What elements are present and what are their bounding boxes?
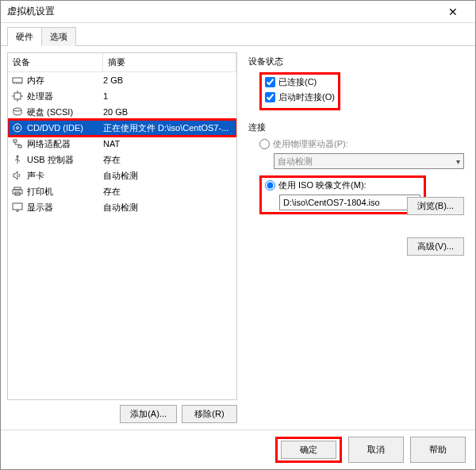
usb-icon bbox=[11, 153, 24, 166]
group-status: 设备状态 已连接(C) 启动时连接(O) bbox=[248, 56, 464, 110]
label-physical: 使用物理驱动器(P): bbox=[273, 138, 348, 150]
device-row-printer[interactable]: 打印机 存在 bbox=[8, 183, 236, 199]
radio-physical[interactable] bbox=[259, 139, 270, 149]
device-row-sound[interactable]: 声卡 自动检测 bbox=[8, 168, 236, 183]
svg-rect-14 bbox=[18, 145, 21, 148]
window-title: 虚拟机设置 bbox=[7, 5, 437, 18]
checkbox-poweron[interactable] bbox=[265, 92, 275, 102]
add-button[interactable]: 添加(A)... bbox=[120, 405, 177, 423]
device-list-header: 设备 摘要 bbox=[8, 53, 236, 72]
device-row-disk[interactable]: 硬盘 (SCSI) 20 GB bbox=[8, 104, 236, 120]
device-row-network[interactable]: 网络适配器 NAT bbox=[8, 136, 236, 152]
physical-drive-combo: 自动检测 ▾ bbox=[274, 153, 464, 169]
ok-highlight: 确定 bbox=[275, 437, 342, 463]
svg-point-12 bbox=[17, 127, 19, 129]
advanced-button[interactable]: 高级(V)... bbox=[407, 237, 464, 256]
cd-icon bbox=[11, 121, 24, 134]
close-icon[interactable]: ✕ bbox=[437, 6, 469, 18]
device-row-memory[interactable]: 内存 2 GB bbox=[8, 72, 236, 88]
svg-rect-0 bbox=[13, 78, 22, 83]
iso-path-combo[interactable]: D:\iso\CentOS7-1804.iso ▾ bbox=[279, 195, 420, 210]
label-poweron: 启动时连接(O) bbox=[278, 91, 335, 103]
left-buttons: 添加(A)... 移除(R) bbox=[7, 400, 237, 423]
device-row-display[interactable]: 显示器 自动检测 bbox=[8, 199, 236, 215]
iso-path-value: D:\iso\CentOS7-1804.iso bbox=[283, 198, 380, 207]
svg-point-10 bbox=[13, 108, 21, 111]
svg-point-11 bbox=[13, 124, 21, 132]
device-row-cdrom[interactable]: CD/DVD (IDE) 正在使用文件 D:\iso\CentOS7-... bbox=[8, 120, 236, 136]
disk-icon bbox=[11, 106, 24, 118]
status-highlight: 已连接(C) 启动时连接(O) bbox=[259, 72, 340, 110]
checkbox-poweron-row: 启动时连接(O) bbox=[265, 91, 335, 103]
browse-button[interactable]: 浏览(B)... bbox=[407, 197, 464, 215]
remove-button[interactable]: 移除(R) bbox=[182, 405, 237, 423]
tabs: 硬件 选项 bbox=[1, 23, 475, 46]
device-row-cpu[interactable]: 处理器 1 bbox=[8, 88, 236, 104]
checkbox-connected-row: 已连接(C) bbox=[265, 76, 335, 88]
display-icon bbox=[11, 201, 24, 214]
group-connection: 连接 使用物理驱动器(P): 自动检测 ▾ bbox=[248, 121, 464, 256]
label-connected: 已连接(C) bbox=[278, 76, 317, 88]
checkbox-connected[interactable] bbox=[265, 77, 275, 87]
chevron-down-icon: ▾ bbox=[456, 157, 460, 166]
radio-physical-row: 使用物理驱动器(P): bbox=[259, 138, 464, 150]
connection-title: 连接 bbox=[248, 121, 464, 133]
iso-highlight: 使用 ISO 映像文件(M): D:\iso\CentOS7-1804.iso … bbox=[259, 175, 426, 214]
network-icon bbox=[11, 137, 24, 150]
footer: 确定 取消 帮助 bbox=[1, 430, 475, 469]
memory-icon bbox=[11, 74, 24, 87]
status-title: 设备状态 bbox=[248, 56, 464, 67]
col-device: 设备 bbox=[8, 53, 103, 71]
svg-rect-5 bbox=[14, 93, 21, 99]
radio-iso[interactable] bbox=[265, 180, 275, 191]
col-summary: 摘要 bbox=[103, 53, 236, 71]
ok-button[interactable]: 确定 bbox=[281, 441, 336, 459]
label-iso: 使用 ISO 映像文件(M): bbox=[278, 179, 367, 191]
tab-hardware[interactable]: 硬件 bbox=[7, 27, 42, 46]
device-row-usb[interactable]: USB 控制器 存在 bbox=[8, 152, 236, 168]
device-list-body: 内存 2 GB 处理器 1 硬盘 (SCSI) 20 GB CD/DVD (ID… bbox=[8, 72, 236, 399]
cpu-icon bbox=[11, 90, 24, 102]
titlebar: 虚拟机设置 ✕ bbox=[1, 1, 475, 23]
content: 设备 摘要 内存 2 GB 处理器 1 硬盘 (SCSI) 20 GB bbox=[1, 46, 475, 430]
vm-settings-window: 虚拟机设置 ✕ 硬件 选项 设备 摘要 内存 2 GB 处理器 bbox=[0, 0, 476, 470]
svg-rect-13 bbox=[13, 140, 17, 142]
left-panel: 设备 摘要 内存 2 GB 处理器 1 硬盘 (SCSI) 20 GB bbox=[7, 52, 237, 423]
help-button[interactable]: 帮助 bbox=[410, 437, 466, 463]
device-list: 设备 摘要 内存 2 GB 处理器 1 硬盘 (SCSI) 20 GB bbox=[7, 52, 237, 400]
right-panel: 设备状态 已连接(C) 启动时连接(O) 连接 bbox=[244, 52, 469, 423]
printer-icon bbox=[11, 185, 24, 198]
svg-rect-20 bbox=[13, 203, 22, 210]
cancel-button[interactable]: 取消 bbox=[348, 437, 404, 463]
tab-options[interactable]: 选项 bbox=[41, 27, 76, 46]
sound-icon bbox=[11, 169, 24, 182]
radio-iso-row: 使用 ISO 映像文件(M): bbox=[265, 179, 420, 191]
